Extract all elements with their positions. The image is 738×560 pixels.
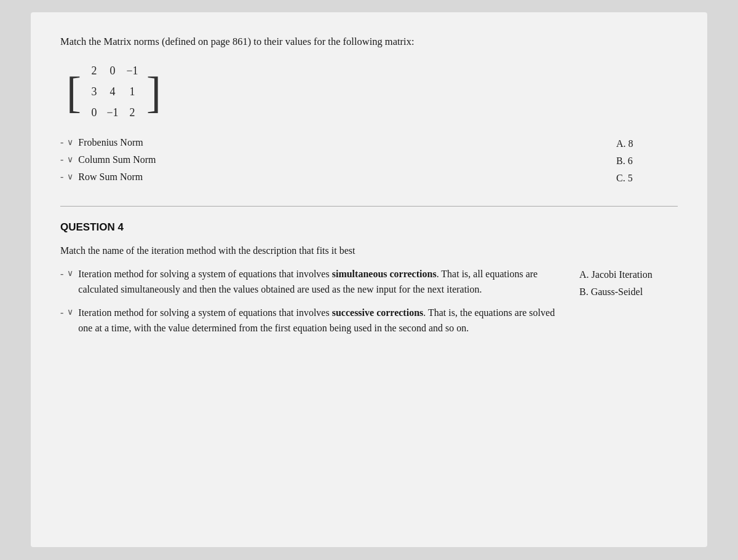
q4-match-row-2: - ∨ Iteration method for solving a syste… <box>60 306 567 336</box>
matrix-cell-2-2: 2 <box>124 106 141 119</box>
matrix-cell-2-0: 0 <box>85 106 103 119</box>
question3-block: Match the Matrix norms (defined on page … <box>60 34 678 189</box>
q4-dash-1: - <box>60 267 63 282</box>
section-divider <box>60 206 678 207</box>
dash-column: - <box>60 154 63 165</box>
match-row-row: - ∨ Row Sum Norm <box>60 172 616 183</box>
bracket-left: [ <box>66 70 81 114</box>
page-container: Match the Matrix norms (defined on page … <box>31 12 707 547</box>
match-row-column: - ∨ Column Sum Norm <box>60 154 616 165</box>
q4-chevron-1: ∨ <box>67 267 73 280</box>
bracket-right: ] <box>146 70 161 114</box>
dash-row: - <box>60 172 63 183</box>
q4-match-row-1: - ∨ Iteration method for solving a syste… <box>60 267 567 298</box>
matrix-cell-1-2: 1 <box>124 85 141 98</box>
q4-answer-b: B. Gauss-Seidel <box>579 286 678 298</box>
q4-bold-2: successive corrections <box>332 307 424 318</box>
chevron-column: ∨ <box>67 154 73 165</box>
q4-text-1-start: Iteration method for solving a system of… <box>78 269 331 279</box>
label-row[interactable]: Row Sum Norm <box>78 172 143 183</box>
q4-match-items: - ∨ Iteration method for solving a syste… <box>60 267 567 336</box>
q4-dash-2: - <box>60 306 63 321</box>
answer-a: A. 8 <box>616 138 678 149</box>
matrix-grid: 2 0 −1 3 4 1 0 −1 2 <box>85 61 143 124</box>
question3-intro: Match the Matrix norms (defined on page … <box>60 34 678 50</box>
q4-answers-block: A. Jacobi Iteration B. Gauss-Seidel <box>579 267 678 298</box>
matrix-cell-1-1: 4 <box>104 85 121 98</box>
question4-block: QUESTION 4 Match the name of the iterati… <box>60 221 678 336</box>
matrix-cell-1-0: 3 <box>85 85 103 98</box>
question4-intro: Match the name of the iteration method w… <box>60 243 678 258</box>
dash-frobenius: - <box>60 137 63 148</box>
question3-match-items: - ∨ Frobenius Norm - ∨ Column Sum Norm -… <box>60 137 616 189</box>
q4-bold-1: simultaneous corrections <box>332 269 437 279</box>
q4-text-2-start: Iteration method for solving a system of… <box>78 307 331 318</box>
answer-b: B. 6 <box>616 156 678 167</box>
matrix-cell-0-0: 2 <box>85 65 103 77</box>
question4-title: QUESTION 4 <box>60 221 678 234</box>
question3-answers: A. 8 B. 6 C. 5 <box>616 137 678 184</box>
q4-text-2: Iteration method for solving a system of… <box>78 306 567 336</box>
q4-answer-a: A. Jacobi Iteration <box>579 269 678 280</box>
matrix-bracket-wrap: [ 2 0 −1 3 4 1 0 −1 2 ] <box>66 61 161 124</box>
label-frobenius[interactable]: Frobenius Norm <box>78 137 143 148</box>
q4-match-group-1: - ∨ Iteration method for solving a syste… <box>60 267 678 336</box>
matrix-cell-0-1: 0 <box>104 65 121 77</box>
chevron-row: ∨ <box>67 172 73 182</box>
q4-text-1: Iteration method for solving a system of… <box>78 267 567 298</box>
answer-c: C. 5 <box>616 173 678 184</box>
chevron-frobenius: ∨ <box>67 137 73 148</box>
matrix-cell-0-2: −1 <box>124 65 141 77</box>
q4-chevron-2: ∨ <box>67 306 73 319</box>
matrix-container: [ 2 0 −1 3 4 1 0 −1 2 ] <box>66 61 161 124</box>
label-column[interactable]: Column Sum Norm <box>78 154 156 165</box>
question3-matching-section: - ∨ Frobenius Norm - ∨ Column Sum Norm -… <box>60 137 678 189</box>
matrix-cell-2-1: −1 <box>104 106 121 119</box>
match-row-frobenius: - ∨ Frobenius Norm <box>60 137 616 148</box>
